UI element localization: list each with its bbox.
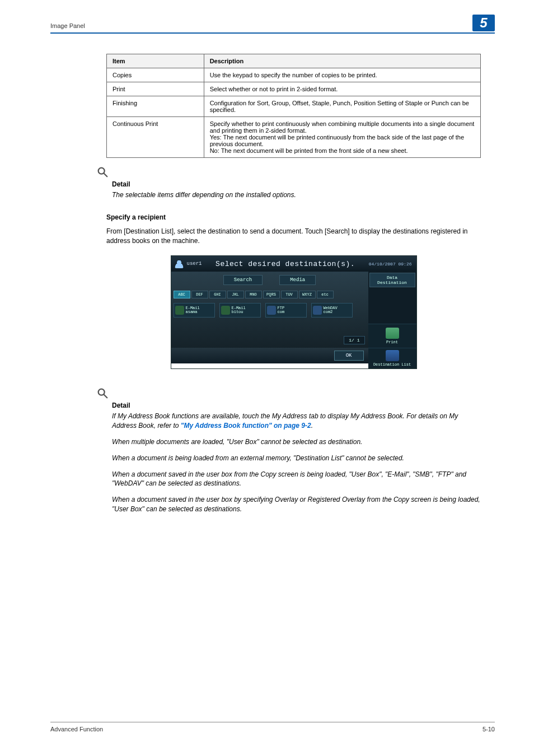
webdav-icon — [313, 306, 322, 315]
data-destination-button[interactable]: Data Destination — [369, 273, 415, 287]
tab-pqrs[interactable]: PQRS — [263, 291, 280, 298]
th-item: Item — [107, 54, 204, 68]
footer-right: 5-10 — [483, 726, 495, 732]
tab-abc[interactable]: ABC — [174, 291, 190, 298]
tab-etc[interactable]: etc — [317, 291, 334, 298]
media-button[interactable]: Media — [279, 275, 316, 285]
table-row: Finishing Configuration for Sort, Group,… — [107, 96, 481, 117]
header-rule — [50, 32, 495, 34]
svg-line-3 — [104, 395, 107, 398]
table-row: Print Select whether or not to print in … — [107, 82, 481, 96]
print-side-button[interactable]: Print — [368, 324, 416, 348]
cross-ref-link[interactable]: "My Address Book function" on page 9-2 — [181, 422, 311, 430]
ok-button[interactable]: OK — [334, 351, 364, 361]
detail-text: The selectable items differ depending on… — [112, 190, 481, 200]
search-button[interactable]: Search — [223, 275, 263, 285]
email-icon — [221, 306, 230, 315]
dest-card[interactable]: E-Mailbitou — [219, 303, 261, 318]
dest-card[interactable]: FTPcom — [265, 303, 307, 318]
magnifier-icon — [96, 166, 109, 180]
detail-text: If My Address Book functions are availab… — [112, 412, 481, 431]
detail-text: When a document saved in the user box fr… — [112, 470, 481, 489]
header-section: Image Panel — [50, 22, 85, 29]
tab-ghi[interactable]: GHI — [209, 291, 226, 298]
tab-wxyz[interactable]: WXYZ — [299, 291, 316, 298]
detail-text: When a document saved in the user box by… — [112, 495, 481, 514]
svg-line-1 — [104, 173, 107, 176]
tab-jkl[interactable]: JKL — [227, 291, 244, 298]
user-icon — [175, 259, 184, 268]
ui-timestamp: 04/10/2007 09:26 — [369, 262, 413, 267]
email-icon — [175, 306, 184, 315]
table-row: Continuous Print Specify whether to prin… — [107, 117, 481, 158]
dest-card[interactable]: E-Mailasama — [174, 303, 215, 318]
magnifier-icon — [96, 387, 109, 402]
alpha-tabs: ABC DEF GHI JKL MNO PQRS TUV WXYZ etc — [174, 291, 366, 298]
table-row: Copies Use the keypad to specify the num… — [107, 68, 481, 82]
chapter-badge: 5 — [472, 15, 495, 31]
embedded-ui-screenshot: user1 Select desired destination(s). 04/… — [171, 255, 417, 369]
footer-left: Advanced Function — [50, 726, 103, 732]
ui-title: Select desired destination(s). — [205, 260, 366, 268]
detail-text: When multiple documents are loaded, "Use… — [112, 437, 481, 447]
detail-heading: Detail — [112, 180, 481, 188]
dest-card[interactable]: WebDAVcom2 — [311, 303, 353, 318]
body-paragraph: From [Destination List], select the dest… — [106, 227, 481, 246]
detail-text: When a document is being loaded from an … — [112, 454, 481, 463]
tab-mno[interactable]: MNO — [245, 291, 262, 298]
tab-def[interactable]: DEF — [191, 291, 208, 298]
th-desc: Description — [204, 54, 480, 68]
destination-list-side-button[interactable]: Destination List — [368, 348, 416, 368]
print-icon — [386, 328, 399, 339]
subheading-specify-recipient: Specify a recipient — [106, 213, 481, 221]
tab-tuv[interactable]: TUV — [281, 291, 298, 298]
detail-heading: Detail — [112, 402, 481, 409]
settings-table: Item Description Copies Use the keypad t… — [106, 54, 481, 158]
pager: 1/ 1 — [344, 336, 364, 344]
ftp-icon — [267, 306, 276, 315]
user-label: user1 — [187, 261, 202, 267]
list-icon — [386, 350, 399, 361]
